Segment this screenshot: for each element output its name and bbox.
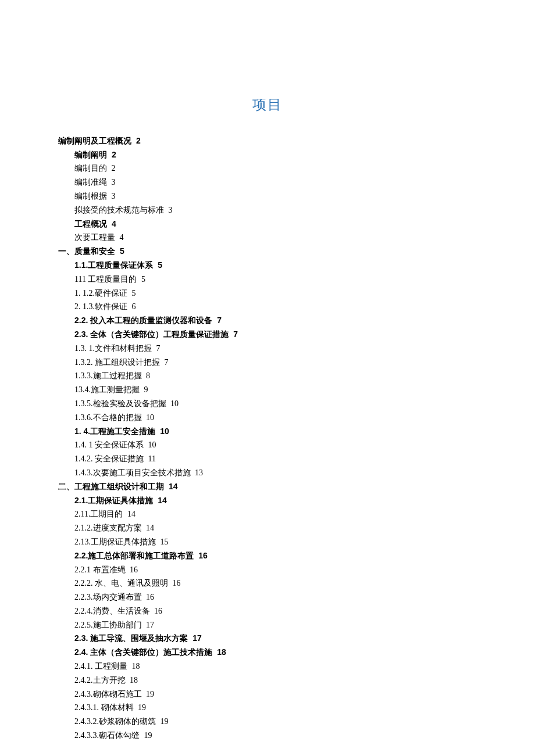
toc-entry: 2.2.3.场内交通布置 16 bbox=[74, 590, 477, 604]
toc-entry: 1.3.3.施工过程把握 8 bbox=[74, 369, 477, 383]
toc-entry-page: 18 bbox=[128, 676, 138, 685]
toc-entry-page: 2 bbox=[109, 164, 116, 173]
toc-entry-page: 10 bbox=[144, 413, 155, 422]
toc-entry: 2.4.3.砌体砌石施工 19 bbox=[74, 687, 477, 701]
toc-entry: 1. 4.工程施工安全措施 10 bbox=[74, 425, 477, 439]
toc-entry-page: 5 bbox=[155, 260, 162, 270]
toc-entry: 2.2.4.消费、生活设备 16 bbox=[74, 604, 477, 618]
toc-entry-text: 二、工程施工组织设计和工期 bbox=[58, 482, 164, 491]
toc-entry-text: 次要工程量 bbox=[74, 233, 115, 242]
toc-entry-text: 2.2.2. 水、电、通讯及照明 bbox=[74, 579, 168, 587]
toc-entry-page: 14 bbox=[144, 524, 155, 532]
toc-entry-text: 2.2.3.场内交通布置 bbox=[74, 593, 142, 601]
toc-entry-page: 3 bbox=[166, 206, 173, 214]
toc-entry-page: 14 bbox=[155, 496, 166, 505]
toc-entry: 2.2.2. 水、电、通讯及照明 16 bbox=[74, 576, 477, 590]
toc-entry-page: 10 bbox=[169, 399, 179, 408]
toc-entry: 2.4.3.1. 砌体材料 19 bbox=[74, 701, 477, 715]
toc-entry-page: 7 bbox=[162, 358, 169, 367]
toc-entry: 2.4.2.土方开挖 18 bbox=[74, 673, 477, 687]
toc-entry: 编制根据 3 bbox=[74, 189, 477, 203]
toc-entry-page: 7 bbox=[231, 329, 238, 339]
toc-entry-text: 2.4.2.土方开挖 bbox=[74, 676, 126, 685]
toc-entry-page: 19 bbox=[158, 717, 169, 726]
toc-entry: 次要工程量 4 bbox=[74, 231, 477, 245]
toc-entry-text: 2.2. 投入本工程的质量监测仪器和设备 bbox=[74, 316, 212, 325]
toc-entry-page: 13 bbox=[193, 468, 204, 477]
toc-entry-text: 2.4.3.1. 砌体材料 bbox=[74, 703, 134, 712]
toc-entry-text: 编制根据 bbox=[74, 192, 107, 200]
toc-entry-text: 2.3. 施工导流、围堰及抽水方案 bbox=[74, 633, 188, 643]
toc-entry: 2.2.1 布置准绳 16 bbox=[74, 563, 477, 577]
toc-entry: 2.4. 主体（含关键部位）施工技术措施 18 bbox=[74, 646, 477, 660]
toc-entry-text: 1. 4.工程施工安全措施 bbox=[74, 427, 155, 436]
toc-entry: 2.13.工期保证具体措施 15 bbox=[74, 535, 477, 549]
toc-entry-page: 14 bbox=[125, 510, 135, 518]
toc-entry-text: 2.1.2.进度支配方案 bbox=[74, 524, 142, 532]
toc-entry-text: 2.4.1. 工程测量 bbox=[74, 662, 127, 671]
toc-entry-page: 19 bbox=[136, 703, 147, 712]
toc-entry-page: 17 bbox=[144, 621, 155, 629]
toc-entry: 2.4.3.2.砂浆砌体的砌筑 19 bbox=[74, 715, 477, 729]
toc-entry: 1.1.工程质量保证体系 5 bbox=[74, 259, 477, 273]
toc-entry-text: 2.2.施工总体部署和施工道路布置 bbox=[74, 551, 194, 560]
toc-entry: 1.3. 1.文件和材料把握 7 bbox=[74, 342, 477, 356]
toc-entry-page: 17 bbox=[190, 633, 201, 643]
toc-entry-text: 1.3.6.不合格的把握 bbox=[74, 413, 142, 422]
toc-entry-text: 编制阐明及工程概况 bbox=[58, 136, 131, 145]
toc-entry-text: 2.13.工期保证具体措施 bbox=[74, 538, 156, 546]
toc-entry-text: 1.3.5.检验实验及设备把握 bbox=[74, 399, 166, 408]
toc-entry: 2.2. 投入本工程的质量监测仪器和设备 7 bbox=[74, 314, 477, 328]
toc-entry-page: 15 bbox=[158, 538, 169, 546]
toc-entry-text: 13.4.施工测量把握 bbox=[74, 385, 140, 394]
toc-entry-text: 工程概况 bbox=[74, 219, 107, 228]
toc-entry-text: 2.4.3.2.砂浆砌体的砌筑 bbox=[74, 717, 156, 726]
toc-entry-page: 2 bbox=[134, 136, 141, 145]
toc-entry-text: 1.1.工程质量保证体系 bbox=[74, 260, 153, 270]
toc-entry-page: 4 bbox=[117, 233, 124, 242]
toc-entry-text: 编制准绳 bbox=[74, 178, 107, 187]
toc-entry-page: 18 bbox=[130, 662, 140, 671]
toc-entry: 编制目的 2 bbox=[74, 162, 477, 175]
toc-entry-page: 16 bbox=[144, 593, 155, 601]
toc-entry: 2.2.施工总体部署和施工道路布置 16 bbox=[74, 549, 477, 563]
toc-entry-text: 2.2.4.消费、生活设备 bbox=[74, 607, 150, 615]
toc-entry: 13.4.施工测量把握 9 bbox=[74, 383, 477, 397]
toc-entry-page: 5 bbox=[130, 289, 136, 298]
toc-entry-page: 5 bbox=[139, 275, 145, 284]
toc-entry-text: 编制目的 bbox=[74, 164, 107, 173]
toc-entry: 1. 1.2.硬件保证 5 bbox=[74, 286, 477, 300]
toc-entry: 1.3.2. 施工组织设计把握 7 bbox=[74, 356, 477, 370]
toc-entry-page: 2 bbox=[109, 150, 116, 159]
table-of-contents: 编制阐明及工程概况 2编制阐明 2编制目的 2编制准绳 3编制根据 3拟接受的技… bbox=[58, 134, 477, 743]
toc-entry: 1.4.2. 安全保证措施 11 bbox=[74, 452, 477, 466]
toc-entry-text: 111 工程质量目的 bbox=[74, 275, 137, 284]
toc-entry: 1.4.3.次要施工项目安全技术措施 13 bbox=[74, 466, 477, 480]
toc-entry-text: 2.4.3.3.砌石体勾缝 bbox=[74, 731, 140, 740]
toc-entry-text: 2.1.工期保证具体措施 bbox=[74, 496, 153, 505]
toc-entry: 2.3. 全体（含关键部位）工程质量保证措施 7 bbox=[74, 328, 477, 342]
toc-entry-text: 2.2.5.施工协助部门 bbox=[74, 621, 142, 629]
toc-entry-page: 6 bbox=[130, 302, 136, 311]
toc-entry: 编制阐明及工程概况 2 bbox=[58, 134, 477, 148]
toc-entry: 二、工程施工组织设计和工期 14 bbox=[58, 480, 477, 494]
toc-entry: 1.3.5.检验实验及设备把握 10 bbox=[74, 397, 477, 411]
toc-entry-text: 2.4. 主体（含关键部位）施工技术措施 bbox=[74, 647, 212, 657]
toc-entry: 2.3. 施工导流、围堰及抽水方案 17 bbox=[74, 632, 477, 646]
toc-entry: 2.1.2.进度支配方案 14 bbox=[74, 521, 477, 535]
toc-entry-text: 1.3.3.施工过程把握 bbox=[74, 371, 142, 380]
toc-entry: 1.3.6.不合格的把握 10 bbox=[74, 411, 477, 425]
toc-entry: 工程概况 4 bbox=[74, 217, 477, 231]
toc-entry: 2.1.工期保证具体措施 14 bbox=[74, 494, 477, 508]
toc-entry-text: 1.4.2. 安全保证措施 bbox=[74, 454, 144, 463]
toc-entry: 2.2.5.施工协助部门 17 bbox=[74, 618, 477, 632]
toc-entry-text: 2.2.1 布置准绳 bbox=[74, 565, 126, 574]
toc-entry-text: 2. 1.3.软件保证 bbox=[74, 302, 127, 311]
toc-entry-text: 拟接受的技术规范与标准 bbox=[74, 206, 164, 214]
toc-entry-text: 1.3. 1.文件和材料把握 bbox=[74, 344, 152, 353]
toc-entry-text: 1.4. 1 安全保证体系 bbox=[74, 440, 144, 449]
toc-entry-text: 1.4.3.次要施工项目安全技术措施 bbox=[74, 468, 191, 477]
toc-entry-text: 2.11.工期目的 bbox=[74, 510, 123, 518]
toc-entry-page: 9 bbox=[142, 385, 148, 394]
toc-entry-page: 16 bbox=[152, 607, 163, 615]
